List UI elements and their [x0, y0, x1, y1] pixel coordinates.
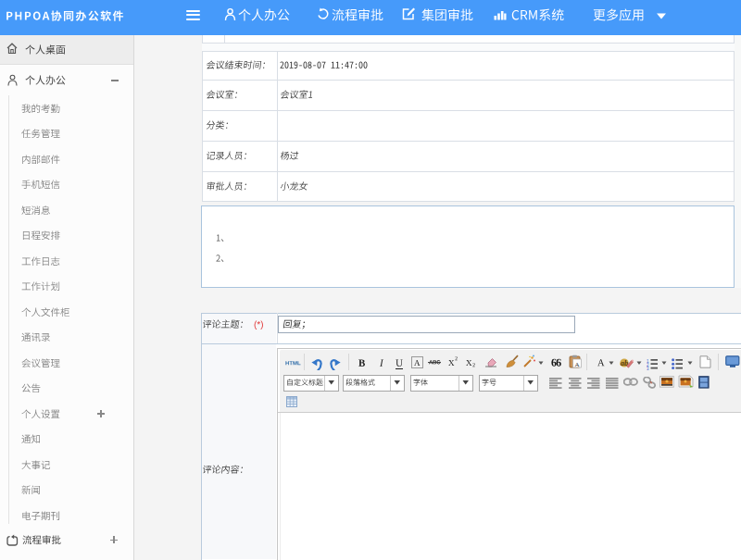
svg-text:3: 3 — [647, 367, 649, 370]
svg-text:A: A — [574, 361, 579, 368]
